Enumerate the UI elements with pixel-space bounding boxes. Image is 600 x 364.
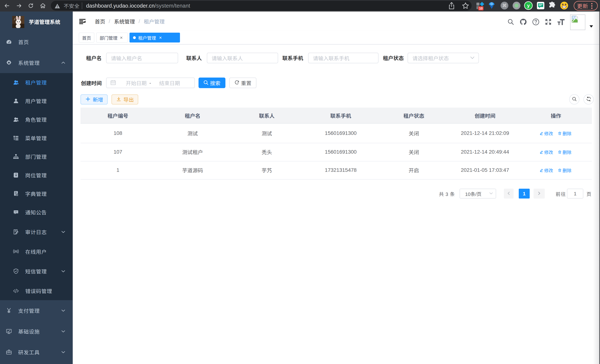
svg-text:10: 10: [479, 7, 483, 10]
svg-text:y: y: [527, 3, 530, 8]
svg-text:⌘: ⌘: [502, 3, 507, 8]
